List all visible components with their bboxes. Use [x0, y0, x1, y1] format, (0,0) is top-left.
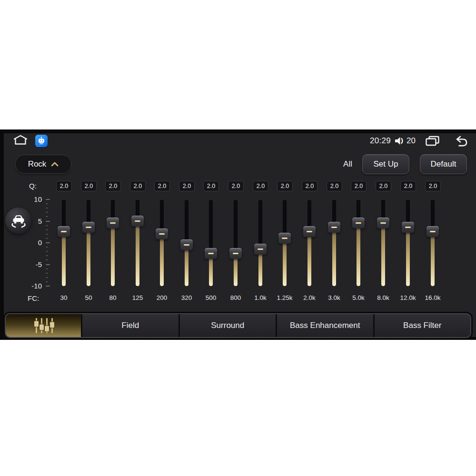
frequency-label: 125: [124, 294, 151, 301]
axis-tick: [46, 273, 48, 274]
fader-fill: [307, 232, 311, 286]
fader-fill: [332, 228, 336, 286]
q-value-box[interactable]: 2.0: [277, 181, 293, 191]
tab-equalizer[interactable]: [6, 314, 81, 337]
axis-tick: [46, 277, 48, 278]
fader-fill: [136, 221, 139, 286]
frequency-label: 800: [222, 294, 249, 301]
q-value-box[interactable]: 2.0: [327, 181, 342, 191]
frequency-label: 1.25k: [271, 294, 298, 301]
screen-edge-top: [0, 129, 476, 133]
fader-handle[interactable]: [402, 222, 414, 233]
q-value-box[interactable]: 2.0: [56, 181, 72, 191]
preset-dropdown[interactable]: Rock: [15, 155, 71, 174]
ai-assistant-icon[interactable]: [35, 135, 48, 147]
q-value-box[interactable]: 2.0: [203, 181, 219, 191]
axis-label: -10: [22, 282, 42, 290]
axis-tick: [46, 216, 48, 217]
tab-surround[interactable]: Surround: [180, 314, 276, 337]
q-value-box[interactable]: 2.0: [425, 181, 441, 191]
fader-handle[interactable]: [107, 218, 119, 228]
fader-handle[interactable]: [377, 218, 389, 228]
axis-label: 0: [22, 238, 42, 247]
axis-tick: [46, 199, 50, 200]
recent-apps-icon[interactable]: [425, 135, 440, 147]
fader-handle[interactable]: [180, 239, 193, 250]
q-value-box[interactable]: 2.0: [81, 181, 97, 191]
fc-row-label: FC:: [28, 294, 39, 302]
fader-fill: [111, 223, 115, 286]
axis-tick: [46, 242, 50, 243]
q-value-box[interactable]: 2.0: [302, 181, 317, 191]
fader-handle[interactable]: [205, 248, 217, 259]
tab-bass-enhancement-label: Bass Enhancement: [290, 321, 360, 330]
set-up-button[interactable]: Set Up: [362, 154, 409, 174]
axis-tick: [46, 221, 50, 222]
tab-field-label: Field: [121, 321, 139, 330]
axis-tick: [46, 251, 48, 252]
volume-level: 20: [407, 136, 416, 146]
axis-tick: [46, 264, 50, 265]
fader-handle[interactable]: [131, 216, 144, 227]
axis-tick: [46, 203, 48, 204]
car-surround-button[interactable]: [5, 208, 31, 234]
q-value-box[interactable]: 2.0: [400, 181, 416, 191]
frequency-label: 320: [173, 294, 200, 301]
q-value-box[interactable]: 2.0: [376, 181, 391, 191]
fader-fill: [258, 249, 262, 286]
fader-handle[interactable]: [156, 228, 168, 239]
home-icon[interactable]: [12, 134, 29, 148]
status-bar: 20:29 20: [0, 133, 476, 149]
frequency-label: 80: [99, 294, 126, 301]
axis-tick: [46, 234, 48, 235]
fader-handle[interactable]: [352, 218, 365, 228]
screen-edge-left: [0, 129, 4, 340]
fader-fill: [381, 223, 385, 286]
tab-bass-filter-label: Bass Filter: [403, 321, 441, 330]
fader-fill: [185, 245, 188, 286]
fader-fill: [87, 228, 90, 286]
tab-bass-filter[interactable]: Bass Filter: [375, 314, 471, 337]
axis-tick: [46, 247, 48, 248]
fader-handle[interactable]: [229, 248, 242, 259]
frequency-label: 1.0k: [247, 294, 274, 301]
preset-label: Rock: [28, 159, 47, 169]
fader-handle[interactable]: [82, 222, 95, 233]
q-value-box[interactable]: 2.0: [179, 181, 195, 191]
fader-handle[interactable]: [303, 226, 316, 237]
car-surround-icon: [9, 211, 28, 230]
fader-handle[interactable]: [278, 233, 291, 244]
fader-fill: [406, 228, 410, 286]
tab-bass-enhancement[interactable]: Bass Enhancement: [277, 314, 373, 337]
frequency-label: 500: [198, 294, 224, 301]
q-value-box[interactable]: 2.0: [228, 181, 244, 191]
axis-tick: [46, 208, 48, 208]
tab-field[interactable]: Field: [82, 314, 178, 337]
axis-tick: [46, 225, 48, 226]
axis-label: -5: [22, 260, 42, 268]
screen-edge-bottom: [0, 337, 476, 340]
default-button[interactable]: Default: [420, 154, 467, 174]
equalizer-sliders-icon: [32, 317, 55, 334]
fader-handle[interactable]: [426, 226, 439, 237]
frequency-label: 30: [50, 294, 77, 301]
frequency-label: 200: [149, 294, 175, 301]
q-value-box[interactable]: 2.0: [105, 181, 121, 191]
frequency-label: 50: [75, 294, 102, 301]
speaker-icon[interactable]: [394, 136, 405, 146]
q-value-box[interactable]: 2.0: [253, 181, 268, 191]
fader-fill: [431, 232, 435, 286]
fader-fill: [283, 238, 287, 286]
q-value-box[interactable]: 2.0: [154, 181, 170, 191]
q-value-box[interactable]: 2.0: [130, 181, 146, 191]
all-button[interactable]: All: [343, 159, 352, 169]
fader-handle[interactable]: [58, 226, 70, 237]
fader-handle[interactable]: [328, 222, 340, 233]
q-value-box[interactable]: 2.0: [351, 181, 367, 191]
back-icon[interactable]: [453, 136, 467, 147]
fader-handle[interactable]: [254, 244, 267, 255]
frequency-label: 8.0k: [370, 294, 397, 301]
frequency-label: 2.0k: [296, 294, 323, 301]
fader-fill: [160, 234, 164, 286]
bottom-tab-bar: Field Surround Bass Enhancement Bass Fil…: [6, 314, 470, 337]
